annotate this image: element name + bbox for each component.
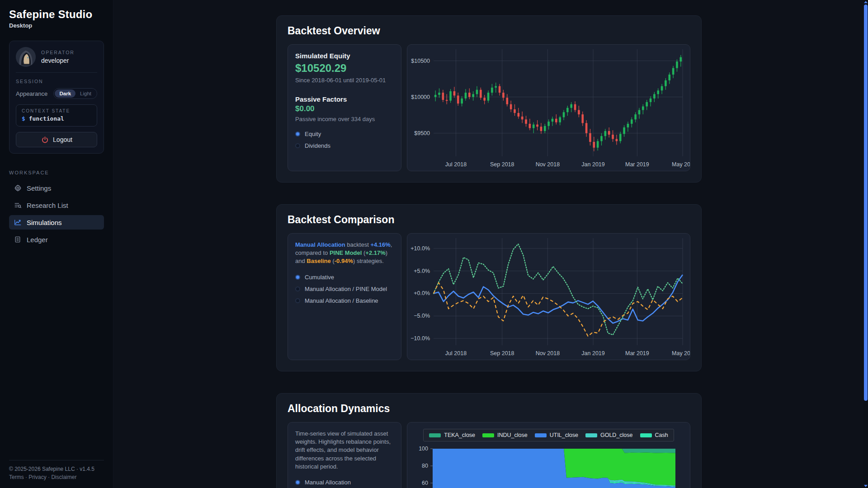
operator-card: OPERATOR developer SESSION Appearance Da… (9, 41, 104, 154)
sidebar-item-label: Research List (27, 202, 68, 209)
svg-text:Nov 2018: Nov 2018 (536, 350, 560, 357)
radio-equity[interactable]: Equity (295, 131, 394, 137)
theme-light-option[interactable]: Light (75, 89, 96, 98)
radio-label: Manual Allocation (305, 479, 351, 486)
power-icon (41, 136, 49, 144)
sidebar-item-ledger[interactable]: Ledger (9, 232, 104, 247)
logout-button[interactable]: Logout (16, 132, 97, 147)
svg-text:Nov 2018: Nov 2018 (536, 161, 560, 168)
svg-text:$9500: $9500 (414, 130, 430, 136)
scrollbar-thumb[interactable] (864, 5, 868, 401)
svg-text:60: 60 (422, 480, 428, 486)
equity-range: Since 2018-06-01 until 2019-05-01 (295, 77, 394, 84)
session-label: SESSION (16, 79, 97, 84)
equity-value: $10520.29 (295, 62, 394, 75)
appearance-label: Appearance (16, 90, 47, 97)
radio-manual-baseline[interactable]: Manual Allocation / Baseline (295, 297, 394, 304)
sidebar-item-label: Ledger (27, 236, 48, 244)
sidebar-item-label: Settings (27, 184, 51, 192)
operator-label: OPERATOR (41, 50, 75, 55)
ledger-icon (14, 235, 22, 244)
sidebar-item-label: Simulations (27, 219, 62, 226)
workspace-label: WORKSPACE (9, 170, 104, 175)
radio-manual-pine[interactable]: Manual Allocation / PINE Model (295, 286, 394, 292)
backtest-comparison-card: Backtest Comparison Manual Allocation ba… (276, 204, 702, 371)
sidebar-footer: © 2025-2026 Safepine LLC · v1.4.5 Terms … (9, 460, 104, 482)
backtest-overview-card: Backtest Overview Simulated Equity $1052… (276, 15, 702, 183)
svg-text:−5.0%: −5.0% (414, 313, 430, 319)
radio-dot-on (295, 480, 300, 485)
svg-text:Sep 2018: Sep 2018 (490, 161, 514, 168)
context-state-box: CONTEXT STATE $ functional (16, 104, 97, 127)
equity-chart-panel: $9500$10000$10500Jul 2018Sep 2018Nov 201… (407, 44, 690, 171)
radio-dot-off (295, 298, 300, 303)
page-title-comparison: Backtest Comparison (288, 214, 690, 226)
radio-manual-allocation[interactable]: Manual Allocation (295, 479, 394, 486)
theme-toggle[interactable]: Dark Light (53, 88, 97, 99)
radio-label: Manual Allocation / PINE Model (305, 286, 387, 292)
allocation-dynamics-card: Allocation Dynamics Time-series view of … (276, 393, 702, 488)
theme-dark-option[interactable]: Dark (55, 89, 75, 98)
comparison-line-chart: +10.0%+5.0%+0.0%−5.0%−10.0%Jul 2018Sep 2… (407, 234, 690, 360)
app-title: Safepine Studio (9, 8, 104, 21)
radio-dot-on (295, 131, 300, 136)
gear-icon (14, 184, 22, 192)
scroll-up-arrow[interactable] (864, 1, 868, 3)
sidebar-item-research-list[interactable]: Research List (9, 198, 104, 212)
sidebar-item-settings[interactable]: Settings (9, 181, 104, 195)
svg-text:Sep 2018: Sep 2018 (490, 350, 514, 357)
passive-sub: Passive income over 334 days (295, 116, 394, 122)
privacy-link[interactable]: Privacy (28, 474, 46, 480)
svg-text:Mar 2019: Mar 2019 (625, 350, 649, 357)
svg-text:+10.0%: +10.0% (410, 245, 430, 252)
radio-dividends[interactable]: Dividends (295, 142, 394, 149)
page-title-allocation: Allocation Dynamics (288, 403, 690, 415)
svg-text:Jan 2019: Jan 2019 (581, 161, 604, 168)
radio-dot-on (295, 275, 300, 280)
radio-cumulative[interactable]: Cumulative (295, 274, 394, 281)
app-subtitle: Desktop (9, 22, 104, 29)
research-list-icon (14, 201, 22, 209)
separator: · (25, 474, 27, 480)
context-state-label: CONTEXT STATE (22, 108, 91, 113)
terms-link[interactable]: Terms (9, 474, 24, 480)
sidebar-item-simulations[interactable]: Simulations (9, 215, 104, 230)
svg-text:Jan 2019: Jan 2019 (581, 350, 604, 357)
operator-name: developer (41, 57, 75, 64)
svg-text:Mar 2019: Mar 2019 (625, 161, 649, 168)
svg-text:Jul 2018: Jul 2018 (445, 350, 467, 357)
page-title-overview: Backtest Overview (288, 25, 690, 37)
disclaimer-link[interactable]: Disclaimer (51, 474, 76, 480)
svg-text:+5.0%: +5.0% (414, 268, 430, 274)
allocation-stacked-chart: 1008060 (407, 445, 690, 488)
radio-dot-off (295, 286, 300, 291)
sidebar: Safepine Studio Desktop OPERATOR develop… (0, 0, 113, 488)
legend-item: TEKA_close (429, 432, 475, 438)
legend-item: UTIL_close (535, 432, 578, 438)
passive-label: Passive Factors (295, 95, 394, 103)
main-content: Backtest Overview Simulated Equity $1052… (113, 0, 868, 488)
allocation-description: Time-series view of simulated asset weig… (295, 430, 394, 471)
passive-value: $0.00 (295, 104, 394, 113)
allocation-legend: TEKA_closeINDU_closeUTIL_closeGOLD_close… (423, 429, 674, 441)
comparison-stats-panel: Manual Allocation backtest +4.16%, compa… (288, 233, 401, 360)
page-scrollbar[interactable] (863, 0, 868, 488)
copyright-text: © 2025-2026 Safepine LLC · v1.4.5 (9, 465, 104, 474)
radio-dot-off (295, 143, 300, 148)
separator: · (48, 474, 50, 480)
allocation-stats-panel: Time-series view of simulated asset weig… (288, 422, 401, 488)
workspace-nav: Settings Research List (9, 181, 104, 247)
equity-candlestick-chart: $9500$10000$10500Jul 2018Sep 2018Nov 201… (407, 45, 690, 171)
context-state-value: $ functional (22, 115, 91, 122)
scroll-down-arrow[interactable] (864, 485, 868, 487)
comparison-chart-panel: +10.0%+5.0%+0.0%−5.0%−10.0%Jul 2018Sep 2… (407, 233, 690, 360)
svg-text:−10.0%: −10.0% (410, 335, 430, 342)
radio-label: Manual Allocation / Baseline (305, 297, 378, 304)
legend-item: Cash (640, 432, 668, 438)
equity-label: Simulated Equity (295, 52, 394, 60)
svg-text:May 201: May 201 (672, 161, 690, 168)
overview-stats-panel: Simulated Equity $10520.29 Since 2018-06… (288, 44, 401, 171)
chart-icon (14, 218, 22, 226)
svg-text:$10500: $10500 (411, 58, 430, 64)
radio-label: Dividends (305, 142, 330, 149)
